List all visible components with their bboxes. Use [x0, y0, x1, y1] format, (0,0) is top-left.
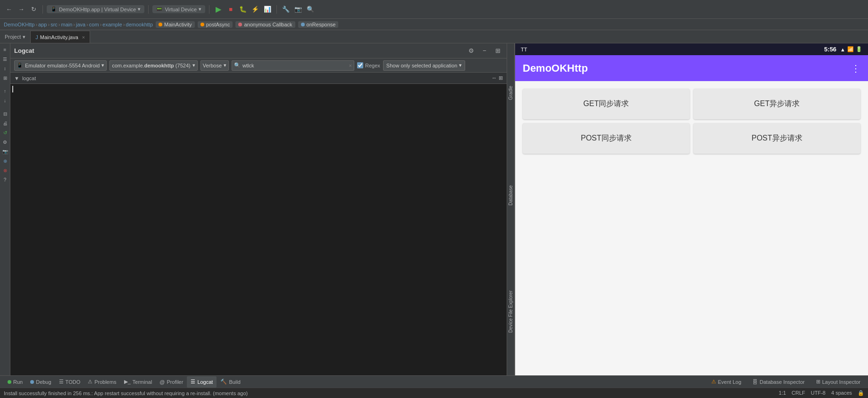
terminal-icon: ▶_ — [124, 379, 131, 385]
bc-tab-postasync[interactable]: postAsync — [198, 21, 233, 28]
get-sync-button[interactable]: GET同步请求 — [523, 89, 690, 119]
layout-label: Layout Inspector — [822, 379, 860, 385]
build-status-btn[interactable]: 🔨 Build — [217, 376, 244, 388]
bc-java[interactable]: java — [76, 22, 85, 27]
logcat-gear-btn[interactable]: ⚙ — [466, 46, 476, 56]
todo-status-btn[interactable]: ☰ TODO — [55, 376, 84, 388]
terminal-status-btn[interactable]: ▶_ Terminal — [120, 376, 156, 388]
left-icon-help[interactable]: ? — [1, 175, 9, 184]
event-log-btn[interactable]: ⚠ Event Log — [708, 376, 745, 388]
level-dropdown[interactable]: Verbose ▾ — [200, 60, 229, 71]
status-message-text: Install successfully finished in 256 ms.… — [4, 390, 248, 396]
bc-src[interactable]: src — [50, 22, 58, 27]
left-icon-hierarchy[interactable]: ⊞ — [1, 74, 9, 82]
left-icon-bookmark[interactable]: ☰ — [1, 55, 9, 63]
emulator-icon: 📱 — [17, 62, 23, 68]
profiler-label: Profiler — [167, 379, 184, 385]
bc-demoOKHttp[interactable]: DemoOKHttp — [4, 22, 34, 27]
left-icon-expand[interactable]: ⊕ — [1, 157, 9, 165]
profiler-status-btn[interactable]: @ Profiler — [156, 376, 187, 388]
app-badge[interactable]: 📱 DemoOKHttp.app | Virtual Device ▾ — [47, 5, 144, 13]
logcat-status-btn[interactable]: ☰ Logcat — [187, 376, 217, 388]
screenshot-btn[interactable]: 📷 — [293, 4, 303, 15]
show-selected-btn[interactable]: Show only selected application ▾ — [383, 60, 465, 71]
left-icon-error[interactable]: ⊗ — [1, 166, 9, 174]
regex-checkbox-label[interactable]: Regex — [357, 62, 380, 68]
project-selector[interactable]: Project ▾ — [0, 31, 31, 43]
logcat-grid-btn[interactable]: ⊞ — [492, 46, 503, 56]
wifi-icon: ▲ — [840, 47, 845, 52]
bc-tab-mainactivity[interactable]: MainActivity — [156, 21, 195, 28]
line-sep-indicator: CRLF — [792, 390, 805, 396]
sidebar-label-device-explorer[interactable]: Device File Explorer — [508, 287, 513, 336]
left-icon-structure[interactable]: ≡ — [1, 45, 9, 54]
refresh-btn[interactable]: ↻ — [28, 4, 39, 15]
bc-app[interactable]: app — [38, 22, 47, 27]
file-tab-close[interactable]: × — [82, 34, 85, 40]
bc-sep-2: › — [48, 22, 50, 27]
file-tab-mainactivity[interactable]: J MainActivity.java × — [31, 31, 90, 43]
settings-btn[interactable]: 🔧 — [281, 4, 291, 15]
run-status-btn[interactable]: Run — [4, 376, 26, 388]
device-app-title: DemoOKHttp — [523, 62, 588, 75]
left-icon-print[interactable]: 🖨 — [1, 119, 9, 127]
bc-tab-onresponse[interactable]: onResponse — [298, 21, 339, 28]
bc-main[interactable]: main — [61, 22, 72, 27]
emulator-chevron: ▾ — [101, 62, 104, 68]
debug-status-btn[interactable]: Debug — [26, 376, 55, 388]
debug-status-label: Debug — [36, 379, 51, 385]
back-btn[interactable]: ← — [4, 4, 14, 15]
logcat-minus-btn[interactable]: − — [479, 46, 490, 56]
device-menu-icon[interactable]: ⋮ — [851, 63, 860, 74]
file-tab-label: MainActivity.java — [40, 34, 78, 40]
position-indicator: 1:1 — [779, 390, 786, 396]
device-badge[interactable]: 📟 Virtual Device ▾ — [152, 5, 205, 13]
run-button[interactable]: ▶ — [213, 4, 224, 15]
forward-btn[interactable]: → — [16, 4, 26, 15]
logcat-controls-icon[interactable]: ⊞ — [499, 75, 503, 81]
regex-checkbox[interactable] — [357, 62, 363, 68]
sidebar-label-gradle[interactable]: Gradle — [508, 82, 513, 104]
profiler-icon: @ — [159, 379, 165, 385]
sidebar-label-database[interactable]: Database — [508, 182, 513, 209]
bc-demookhttp[interactable]: demookhttp — [126, 22, 153, 27]
logcat-content[interactable] — [10, 84, 507, 375]
problems-icon: ⚠ — [88, 379, 92, 385]
problems-status-btn[interactable]: ⚠ Problems — [84, 376, 120, 388]
left-icon-down[interactable]: ↓ — [1, 96, 9, 105]
package-chevron: ▾ — [192, 62, 195, 68]
event-log-label: Event Log — [718, 379, 742, 385]
attach-btn[interactable]: ⚡ — [250, 4, 260, 15]
left-icon-filter1[interactable]: ⊟ — [1, 109, 9, 118]
emulator-dropdown[interactable]: 📱 Emulator emulator-5554 Android ▾ — [14, 60, 107, 71]
stop-btn[interactable]: ■ — [225, 4, 236, 15]
logcat-wrap-icon[interactable]: ↔ — [492, 75, 497, 81]
post-async-button[interactable]: POST异步请求 — [693, 123, 860, 154]
search-btn[interactable]: 🔍 — [305, 4, 316, 15]
layout-inspector-btn[interactable]: ⊞ Layout Inspector — [812, 376, 864, 388]
logcat-collapse-icon[interactable]: ▼ — [14, 75, 19, 81]
filter-clear-btn[interactable]: × — [349, 63, 352, 68]
bc-sep-6: › — [100, 22, 102, 27]
post-sync-button[interactable]: POST同步请求 — [523, 123, 690, 154]
get-async-button[interactable]: GET异步请求 — [693, 89, 860, 119]
filter-input-wrapper[interactable]: 🔍 wtlck × — [232, 60, 354, 71]
bc-example[interactable]: example — [102, 22, 122, 27]
profile-btn[interactable]: 📊 — [262, 4, 273, 15]
bc-com[interactable]: com — [89, 22, 99, 27]
filter-value: wtlck — [242, 63, 254, 68]
package-dropdown[interactable]: com.example.demookhttp (7524) ▾ — [109, 60, 197, 71]
bc-tab-anon-callback[interactable]: anonymous Callback — [235, 21, 295, 28]
main-toolbar: ← → ↻ 📱 DemoOKHttp.app | Virtual Device … — [0, 0, 868, 19]
left-icon-camera[interactable]: 📷 — [1, 147, 9, 156]
db-inspector-btn[interactable]: 🗄 Database Inspector — [749, 376, 808, 388]
logcat-bottom-label: Logcat — [197, 379, 213, 385]
left-icon-settings[interactable]: ⚙ — [1, 138, 9, 146]
layout-icon: ⊞ — [816, 379, 820, 385]
left-icon-up[interactable]: ↑ — [1, 87, 9, 95]
project-chevron: ▾ — [23, 34, 25, 40]
left-icon-nav[interactable]: ↕ — [1, 64, 9, 73]
debug-btn[interactable]: 🐛 — [238, 4, 248, 15]
left-icon-refresh[interactable]: ↺ — [1, 128, 9, 137]
toolbar-sep-1 — [42, 5, 43, 14]
